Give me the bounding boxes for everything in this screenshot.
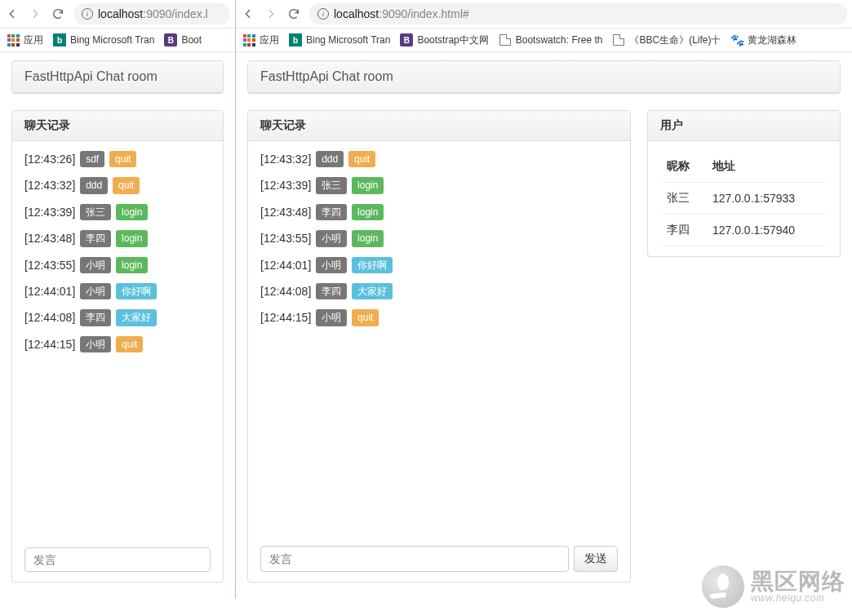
bookmarks-bar: 应用bBing Microsoft TranBBootstrap中文网Boots… [236, 28, 852, 52]
message-user: 张三 [80, 204, 111, 220]
message-time: [12:43:26] [24, 153, 75, 166]
chat-message: [12:44:08] 李四 大家好 [24, 309, 211, 326]
address-bar[interactable]: i localhost:9090/index.html# [309, 3, 847, 24]
chat-message: [12:43:39] 张三 login [260, 177, 618, 193]
message-input[interactable] [260, 546, 569, 572]
message-action: quit [113, 177, 140, 193]
message-time: [12:44:15] [260, 311, 311, 324]
message-list: [12:43:26] sdf quit [12:43:32] ddd quit … [24, 151, 211, 362]
bookmark-label: Boot [181, 34, 202, 46]
back-button[interactable] [241, 7, 255, 21]
bookmark-label: 黄龙湖森林 [748, 33, 797, 47]
browser-toolbar: i localhost:9090/index.html# [236, 0, 852, 28]
page-title: FastHttpApi Chat room [248, 61, 840, 93]
message-user: 小明 [80, 257, 111, 273]
reload-button[interactable] [51, 7, 65, 21]
page-title: FastHttpApi Chat room [12, 61, 223, 93]
bookmark-label: 应用 [260, 33, 279, 47]
chat-message: [12:43:39] 张三 login [24, 204, 211, 220]
browser-toolbar: i localhost:9090/index.l [0, 0, 235, 28]
message-time: [12:44:01] [24, 285, 75, 298]
message-action: login [116, 257, 148, 273]
message-action: 你好啊 [352, 257, 393, 273]
send-button[interactable]: 发送 [574, 546, 618, 572]
title-panel: FastHttpApi Chat room [247, 60, 841, 94]
message-action: login [352, 177, 384, 193]
site-info-icon[interactable]: i [317, 8, 329, 20]
message-action: 你好啊 [116, 283, 157, 299]
message-user: 小明 [316, 230, 347, 246]
message-user: 小明 [80, 336, 111, 352]
forward-button[interactable] [28, 7, 42, 21]
message-time: [12:43:39] [260, 179, 311, 192]
address-bar[interactable]: i localhost:9090/index.l [73, 3, 230, 24]
bookmark-item[interactable]: Bootswatch: Free th [499, 33, 603, 47]
message-user: 张三 [316, 177, 347, 193]
users-table: 昵称 地址 张三 127.0.0.1:57933 李四 127.0.0.1:57… [660, 151, 828, 246]
message-time: [12:43:39] [24, 206, 75, 219]
chat-message: [12:44:01] 小明 你好啊 [260, 257, 618, 273]
bookmarks-bar: 应用bBing Microsoft TranBBoot [0, 28, 235, 52]
bookmark-item[interactable]: 🐾黄龙湖森林 [730, 33, 797, 47]
bookmark-label: Bing Microsoft Tran [306, 34, 390, 46]
forward-button[interactable] [264, 7, 278, 21]
bookmark-item[interactable]: bBing Microsoft Tran [53, 33, 154, 47]
chat-message: [12:44:15] 小明 quit [260, 309, 618, 326]
message-list: [12:43:32] ddd quit [12:43:39] 张三 login … [260, 151, 618, 336]
message-action: login [352, 204, 384, 220]
back-button[interactable] [5, 7, 20, 21]
chat-message: [12:43:55] 小明 login [260, 230, 618, 246]
bookmark-item[interactable]: BBootstrap中文网 [400, 33, 488, 47]
site-info-icon[interactable]: i [82, 8, 93, 20]
message-time: [12:43:55] [24, 259, 75, 272]
bookmark-label: Bootswatch: Free th [516, 34, 603, 46]
message-action: 大家好 [116, 309, 157, 326]
users-col-addr: 地址 [706, 151, 828, 183]
user-name: 张三 [660, 183, 706, 215]
chat-message: [12:43:32] ddd quit [260, 151, 618, 167]
bookmark-label: Bing Microsoft Tran [70, 34, 154, 46]
bookmark-label: 《BBC生命》(Life)十 [629, 33, 721, 47]
users-col-nick: 昵称 [660, 151, 706, 183]
message-action: 大家好 [352, 283, 393, 299]
url-text: localhost:9090/index.l [98, 7, 208, 20]
chat-message: [12:44:08] 李四 大家好 [260, 283, 618, 299]
chat-message: [12:43:26] sdf quit [24, 151, 211, 167]
message-action: quit [116, 336, 143, 352]
message-time: [12:43:48] [24, 232, 75, 245]
message-user: 小明 [316, 257, 347, 273]
user-addr: 127.0.0.1:57933 [706, 183, 828, 215]
message-user: 李四 [316, 204, 347, 220]
title-panel: FastHttpApi Chat room [11, 60, 224, 94]
user-name: 李四 [660, 215, 706, 246]
message-user: 小明 [316, 309, 347, 326]
bookmark-item[interactable]: BBoot [164, 33, 202, 47]
message-user: 小明 [80, 283, 111, 299]
bookmark-item[interactable]: bBing Microsoft Tran [289, 33, 390, 47]
message-action: login [352, 230, 384, 246]
message-time: [12:44:08] [260, 285, 311, 298]
message-action: login [116, 204, 148, 220]
message-time: [12:43:48] [260, 206, 311, 219]
bookmark-item[interactable]: 应用 [7, 33, 43, 47]
message-input[interactable] [24, 547, 211, 572]
message-action: login [116, 230, 148, 246]
message-user: 李四 [80, 309, 111, 326]
message-user: sdf [80, 151, 104, 167]
reload-button[interactable] [286, 7, 301, 21]
chat-heading: 聊天记录 [12, 111, 223, 141]
users-heading: 用户 [648, 111, 840, 141]
message-time: [12:43:55] [260, 232, 311, 245]
bookmark-item[interactable]: 《BBC生命》(Life)十 [612, 33, 721, 47]
message-user: ddd [316, 151, 344, 167]
message-time: [12:44:08] [24, 311, 75, 324]
bookmark-item[interactable]: 应用 [242, 33, 279, 47]
message-user: 李四 [80, 230, 111, 246]
message-action: quit [352, 309, 379, 326]
message-user: ddd [80, 177, 108, 193]
chat-message: [12:44:15] 小明 quit [24, 336, 211, 352]
message-action: quit [109, 151, 136, 167]
chat-message: [12:44:01] 小明 你好啊 [24, 283, 211, 299]
table-row: 张三 127.0.0.1:57933 [660, 183, 828, 215]
chat-message: [12:43:32] ddd quit [24, 177, 211, 193]
